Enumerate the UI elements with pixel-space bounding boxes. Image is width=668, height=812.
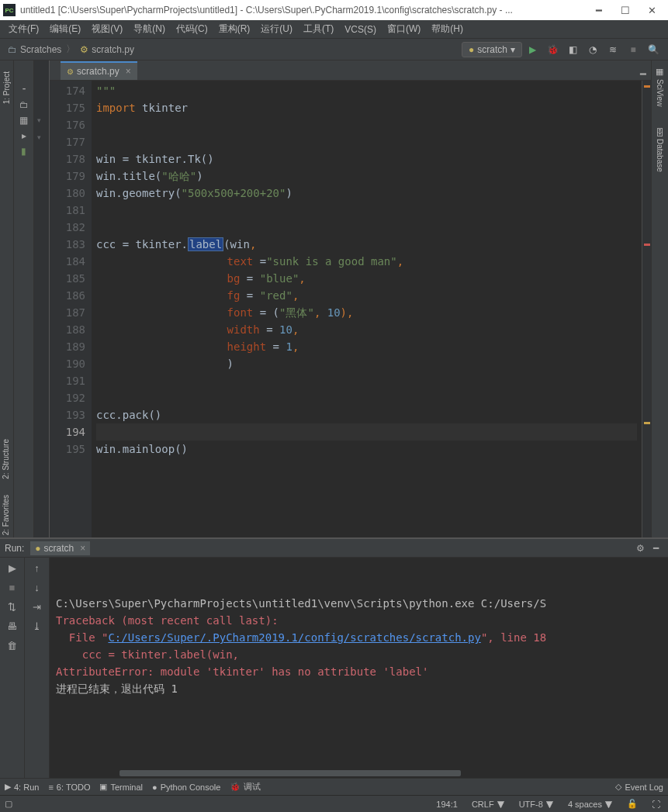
collapse-icon[interactable]: ⁃ bbox=[22, 84, 26, 95]
scroll-end-button[interactable]: ⤓ bbox=[33, 620, 41, 632]
editor-tab-scratch[interactable]: ⚙ scratch.py × bbox=[61, 61, 137, 80]
window-titlebar: PC untitled1 [C:\Users\Super\PycharmProj… bbox=[0, 0, 668, 20]
delete-button[interactable]: 🗑 bbox=[7, 640, 17, 651]
database-toolwindow-tab[interactable]: 🗄Database bbox=[655, 122, 666, 178]
expand-icon[interactable]: ▸ bbox=[22, 130, 26, 141]
breadcrumb-root[interactable]: 🗀Scratches bbox=[5, 44, 64, 55]
run-body: ▶ ■ ⇅ 🖶 🗑 ↑ ↓ ⇥ ⤓ C:\Users\Super\Pycharm… bbox=[0, 558, 668, 778]
breadcrumb-file[interactable]: ⚙scratch.py bbox=[77, 44, 137, 55]
caret-marker[interactable] bbox=[644, 422, 650, 424]
favorites-toolwindow-tab[interactable]: 2: Favorites bbox=[0, 490, 12, 540]
coverage-button[interactable]: ◧ bbox=[564, 41, 581, 58]
run-side-toolbar-2: ↑ ↓ ⇥ ⤓ bbox=[25, 558, 50, 778]
search-everywhere-button[interactable]: 🔍 bbox=[645, 41, 662, 58]
project-toolbar: ⁃ 🗀 ▦ ▸ ▮ bbox=[14, 60, 34, 537]
event-log-button[interactable]: ◇ Event Log bbox=[615, 782, 663, 792]
main-area: 1: Project ⁃ 🗀 ▦ ▸ ▮ ▾ ▾ ⚙ scratch.py × … bbox=[0, 60, 668, 537]
python-icon: ● bbox=[469, 44, 474, 55]
menu-重构(R)[interactable]: 重构(R) bbox=[213, 22, 256, 36]
indent-selector[interactable]: 4 spaces ⯆ bbox=[565, 800, 616, 809]
up-stack-button[interactable]: ↑ bbox=[34, 562, 40, 574]
line-number-gutter: 1741751761771781791801811821831841851861… bbox=[50, 81, 92, 537]
terminal-toolwindow-button[interactable]: ▣ Terminal bbox=[99, 782, 143, 792]
folder-icon: 🗀 bbox=[8, 44, 17, 55]
close-button[interactable]: ✕ bbox=[639, 0, 665, 20]
maximize-button[interactable]: ☐ bbox=[612, 0, 639, 20]
python-console-button[interactable]: ● Python Console bbox=[152, 783, 220, 792]
encoding-selector[interactable]: UTF-8 ⯆ bbox=[516, 800, 557, 809]
run-tool-window: Run: ●scratch× ⚙ ━ ▶ ■ ⇅ 🖶 🗑 ↑ ↓ ⇥ ⤓ C:\… bbox=[0, 537, 668, 778]
database-icon: 🗄 bbox=[656, 128, 665, 136]
wrap-button[interactable]: ⇥ bbox=[33, 601, 41, 613]
right-tool-stripe: ▦SciView 🗄Database bbox=[651, 60, 668, 537]
close-icon[interactable]: × bbox=[80, 543, 85, 554]
structure-toolwindow-tab[interactable]: 2: Structure bbox=[0, 434, 12, 484]
menu-运行(U)[interactable]: 运行(U) bbox=[255, 22, 298, 36]
app-icon: PC bbox=[3, 4, 16, 16]
folder-tree-icon[interactable]: 🗀 bbox=[19, 99, 29, 110]
caret-position[interactable]: 194:1 bbox=[433, 800, 461, 809]
run-button[interactable]: ▶ bbox=[524, 41, 541, 58]
hide-panel-button[interactable]: ━ bbox=[648, 543, 663, 554]
settings-icon[interactable]: ⚙ bbox=[632, 543, 648, 554]
concurrency-button[interactable]: ≋ bbox=[604, 41, 621, 58]
menu-工具(T)[interactable]: 工具(T) bbox=[298, 22, 339, 36]
debug-toolwindow-button[interactable]: 🐞 调试 bbox=[230, 781, 261, 793]
menu-编辑(E)[interactable]: 编辑(E) bbox=[44, 22, 86, 36]
minimize-button[interactable]: ━ bbox=[586, 0, 612, 20]
menu-视图(V)[interactable]: 视图(V) bbox=[86, 22, 128, 36]
hide-tab-button[interactable]: ━ bbox=[640, 68, 646, 80]
error-marker[interactable] bbox=[644, 244, 650, 246]
menu-窗口(W)[interactable]: 窗口(W) bbox=[382, 22, 426, 36]
stop-button[interactable]: ■ bbox=[625, 41, 642, 58]
close-tab-icon[interactable]: × bbox=[126, 66, 131, 77]
stop-button[interactable]: ■ bbox=[9, 582, 16, 593]
breadcrumb-separator-icon: 〉 bbox=[64, 43, 77, 56]
bars-icon[interactable]: ▮ bbox=[21, 146, 26, 157]
bottom-toolbar: ▶ 4: Run ≡ 6: TODO ▣ Terminal ● Python C… bbox=[0, 778, 668, 795]
menubar: 文件(F)编辑(E)视图(V)导航(N)代码(C)重构(R)运行(U)工具(T)… bbox=[0, 20, 668, 39]
sciview-toolwindow-tab[interactable]: ▦SciView bbox=[654, 60, 666, 112]
menu-文件(F)[interactable]: 文件(F) bbox=[3, 22, 44, 36]
toolwindows-toggle-icon[interactable]: ▢ bbox=[5, 799, 12, 809]
grid-icon: ▦ bbox=[655, 67, 665, 77]
window-title: untitled1 [C:\Users\Super\PycharmProject… bbox=[20, 5, 586, 16]
error-stripe[interactable] bbox=[642, 81, 651, 537]
run-header: Run: ●scratch× ⚙ ━ bbox=[0, 539, 668, 558]
navigation-toolbar: 🗀Scratches 〉 ⚙scratch.py ●scratch▾ ▶ 🐞 ◧… bbox=[0, 39, 668, 60]
readonly-toggle-icon[interactable]: 🔓 bbox=[624, 799, 641, 809]
profile-button[interactable]: ◔ bbox=[584, 41, 601, 58]
horizontal-scrollbar-thumb[interactable] bbox=[119, 770, 461, 776]
run-toolwindow-button[interactable]: ▶ 4: Run bbox=[5, 782, 39, 792]
run-title: Run: bbox=[5, 543, 24, 554]
menu-导航(N)[interactable]: 导航(N) bbox=[128, 22, 171, 36]
down-stack-button[interactable]: ↓ bbox=[34, 582, 40, 593]
menu-代码(C)[interactable]: 代码(C) bbox=[171, 22, 213, 36]
editor-area: ⚙ scratch.py × ━ 17417517617717817918018… bbox=[50, 60, 651, 537]
todo-toolwindow-button[interactable]: ≡ 6: TODO bbox=[48, 783, 90, 792]
project-toolwindow-tab[interactable]: 1: Project bbox=[2, 65, 12, 110]
python-file-icon: ⚙ bbox=[80, 44, 88, 55]
code-editor[interactable]: 1741751761771781791801811821831841851861… bbox=[50, 81, 651, 537]
console-output[interactable]: C:\Users\Super\PycharmProjects\untitled1… bbox=[50, 558, 668, 778]
settings-icon[interactable]: ▦ bbox=[19, 115, 28, 126]
run-configuration-selector[interactable]: ●scratch▾ bbox=[462, 42, 522, 57]
layout-button[interactable]: ⇅ bbox=[8, 601, 16, 613]
warning-marker[interactable] bbox=[644, 85, 650, 88]
menu-帮助(H)[interactable]: 帮助(H) bbox=[426, 22, 469, 36]
run-tab[interactable]: ●scratch× bbox=[30, 541, 90, 555]
python-icon: ● bbox=[35, 543, 40, 554]
editor-tabs: ⚙ scratch.py × ━ bbox=[50, 60, 651, 81]
run-side-toolbar: ▶ ■ ⇅ 🖶 🗑 bbox=[0, 558, 25, 778]
fold-marker-icon[interactable]: ▾ bbox=[37, 116, 41, 124]
menu-VCS(S)[interactable]: VCS(S) bbox=[339, 24, 382, 35]
code-content[interactable]: """import tkinterwin = tkinter.Tk()win.t… bbox=[92, 81, 642, 537]
pin-button[interactable]: 🖶 bbox=[7, 620, 17, 632]
debug-button[interactable]: 🐞 bbox=[544, 41, 561, 58]
fold-marker-icon[interactable]: ▾ bbox=[37, 133, 41, 141]
left-tool-stripe-lower: 2: Structure 2: Favorites bbox=[0, 434, 14, 540]
line-ending-selector[interactable]: CRLF ⯆ bbox=[469, 800, 508, 809]
memory-indicator-icon[interactable]: ⛶ bbox=[649, 800, 663, 809]
tab-label: scratch.py bbox=[77, 66, 119, 77]
rerun-button[interactable]: ▶ bbox=[9, 562, 16, 574]
